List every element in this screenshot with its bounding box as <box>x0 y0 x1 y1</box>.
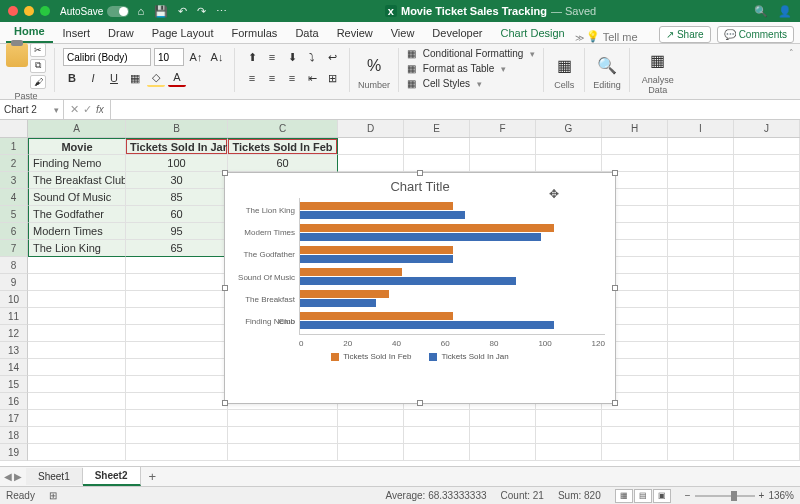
cells-group[interactable]: ▦ Cells <box>552 48 576 95</box>
cell[interactable] <box>28 359 126 376</box>
cell[interactable] <box>404 427 470 444</box>
cell[interactable] <box>668 189 734 206</box>
cell[interactable]: The Breakfast Club <box>28 172 126 189</box>
cell[interactable] <box>28 257 126 274</box>
close-icon[interactable] <box>8 6 18 16</box>
align-middle-icon[interactable]: ≡ <box>263 48 281 66</box>
cell[interactable] <box>28 444 126 461</box>
cell-styles-button[interactable]: ▦ Cell Styles ▾ <box>407 78 535 89</box>
undo-icon[interactable]: ↶ <box>178 5 187 18</box>
analyse-group[interactable]: ▦ Analyse Data <box>638 48 678 95</box>
increase-font-icon[interactable]: A↑ <box>187 48 205 66</box>
cell[interactable] <box>602 427 668 444</box>
col-header-D[interactable]: D <box>338 120 404 137</box>
cell[interactable] <box>668 240 734 257</box>
cell[interactable] <box>126 410 228 427</box>
row-header[interactable]: 13 <box>0 342 28 359</box>
sheet-tab-2[interactable]: Sheet2 <box>83 467 141 486</box>
view-layout-icon[interactable]: ▤ <box>634 489 652 503</box>
cell[interactable] <box>126 342 228 359</box>
cell[interactable]: Tickets Sold In Jan <box>126 138 228 155</box>
col-header-F[interactable]: F <box>470 120 536 137</box>
col-header-C[interactable]: C <box>228 120 338 137</box>
cell[interactable] <box>734 359 800 376</box>
cell[interactable] <box>668 342 734 359</box>
cell[interactable] <box>28 427 126 444</box>
cell[interactable] <box>668 206 734 223</box>
fx-icon[interactable]: fx <box>96 104 104 115</box>
window-controls[interactable] <box>8 6 50 16</box>
cell[interactable] <box>668 172 734 189</box>
sheet-prev-icon[interactable]: ◀ <box>4 471 12 482</box>
font-name-select[interactable] <box>63 48 151 66</box>
cell[interactable] <box>734 427 800 444</box>
format-as-table-button[interactable]: ▦ Format as Table ▾ <box>407 63 535 74</box>
cell[interactable] <box>126 291 228 308</box>
cell[interactable]: Modern Times <box>28 223 126 240</box>
tab-page-layout[interactable]: Page Layout <box>144 24 222 43</box>
col-header-I[interactable]: I <box>668 120 734 137</box>
cell[interactable]: Movie <box>28 138 126 155</box>
home-icon[interactable]: ⌂ <box>137 5 144 18</box>
cell[interactable] <box>734 223 800 240</box>
row-header[interactable]: 6 <box>0 223 28 240</box>
row-header[interactable]: 1 <box>0 138 28 155</box>
enter-fx-icon[interactable]: ✓ <box>83 103 92 116</box>
cell[interactable] <box>338 138 404 155</box>
bold-button[interactable]: B <box>63 69 81 87</box>
align-right-icon[interactable]: ≡ <box>283 69 301 87</box>
editing-group[interactable]: 🔍 Editing <box>593 48 621 95</box>
cell[interactable] <box>668 376 734 393</box>
cell[interactable] <box>536 155 602 172</box>
cell[interactable] <box>404 155 470 172</box>
cell[interactable] <box>470 410 536 427</box>
cell[interactable] <box>668 291 734 308</box>
row-header[interactable]: 16 <box>0 393 28 410</box>
view-normal-icon[interactable]: ▦ <box>615 489 633 503</box>
zoom-in-icon[interactable]: + <box>759 490 765 501</box>
format-painter-icon[interactable]: 🖌 <box>30 75 46 89</box>
chart-plot-area[interactable] <box>299 198 605 335</box>
worksheet-grid[interactable]: A B C D E F G H I J 1MovieTickets Sold I… <box>0 120 800 466</box>
cell[interactable] <box>734 240 800 257</box>
col-header-A[interactable]: A <box>28 120 126 137</box>
row-header[interactable]: 2 <box>0 155 28 172</box>
cut-icon[interactable]: ✂ <box>30 43 46 57</box>
cell[interactable] <box>734 206 800 223</box>
cell[interactable] <box>126 257 228 274</box>
share-button[interactable]: ↗Share <box>659 26 711 43</box>
cell[interactable] <box>28 376 126 393</box>
cell[interactable] <box>668 427 734 444</box>
cell[interactable] <box>668 410 734 427</box>
cell[interactable] <box>602 138 668 155</box>
cell[interactable] <box>28 410 126 427</box>
row-header[interactable]: 3 <box>0 172 28 189</box>
cell[interactable] <box>668 274 734 291</box>
cell[interactable] <box>28 308 126 325</box>
cell[interactable] <box>668 393 734 410</box>
sheet-next-icon[interactable]: ▶ <box>14 471 22 482</box>
cell[interactable] <box>668 138 734 155</box>
cell[interactable] <box>602 444 668 461</box>
col-header-B[interactable]: B <box>126 120 228 137</box>
cell[interactable] <box>734 342 800 359</box>
cell[interactable] <box>126 444 228 461</box>
cell[interactable] <box>734 189 800 206</box>
clipboard-icon[interactable] <box>6 43 28 67</box>
cell[interactable] <box>228 444 338 461</box>
cell[interactable]: Tickets Sold In Feb <box>228 138 338 155</box>
tab-review[interactable]: Review <box>329 24 381 43</box>
cell[interactable]: The Godfather <box>28 206 126 223</box>
cell[interactable] <box>734 308 800 325</box>
col-header-E[interactable]: E <box>404 120 470 137</box>
cell[interactable] <box>28 274 126 291</box>
tab-draw[interactable]: Draw <box>100 24 142 43</box>
cell[interactable]: 30 <box>126 172 228 189</box>
chart-legend[interactable]: Tickets Sold In Feb Tickets Sold In Jan <box>225 348 615 367</box>
cell[interactable] <box>734 138 800 155</box>
cell[interactable] <box>668 444 734 461</box>
align-bottom-icon[interactable]: ⬇ <box>283 48 301 66</box>
cell[interactable] <box>536 427 602 444</box>
cell[interactable] <box>734 172 800 189</box>
cell[interactable] <box>668 155 734 172</box>
